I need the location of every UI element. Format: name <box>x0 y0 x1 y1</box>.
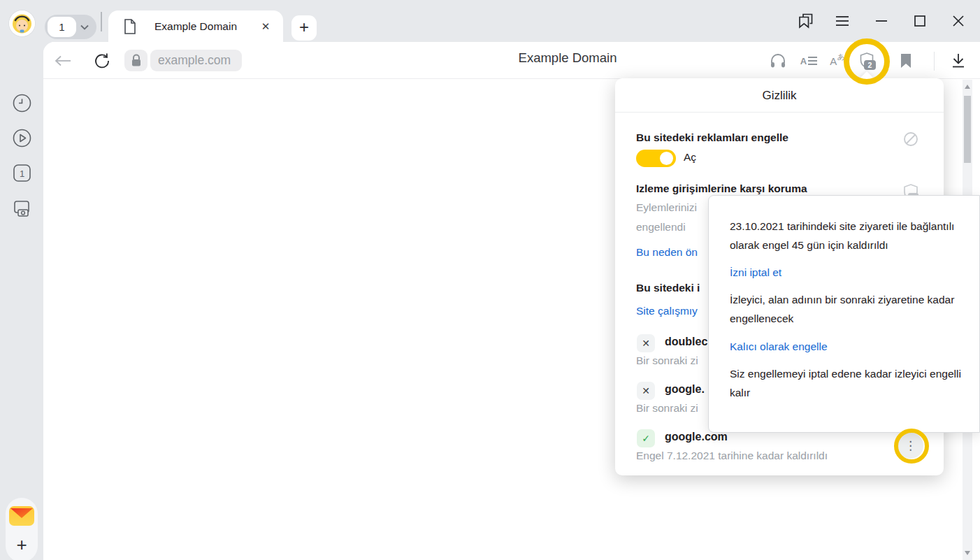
address-bar[interactable]: example.com <box>150 50 242 71</box>
lock-icon <box>131 54 142 67</box>
tracker-blocked-icon: ✕ <box>637 382 655 400</box>
window-close-button[interactable] <box>945 8 972 34</box>
block-until-next-visit-text: İzleyici, alan adının bir sonraki ziyare… <box>730 290 961 328</box>
block-permanently-link[interactable]: Kalıcı olarak engelle <box>730 337 961 356</box>
bookmark-flag-icon[interactable] <box>896 51 916 71</box>
download-icon[interactable] <box>949 51 968 71</box>
unblock-info-text: 23.10.2021 tarihindeki site ziyareti ile… <box>730 217 961 254</box>
tab-group-count[interactable]: 1 <box>48 17 76 37</box>
new-tab-button[interactable]: + <box>291 15 317 41</box>
highlight-ring-shield <box>844 38 890 85</box>
scrollbar-up-arrow[interactable] <box>965 85 970 89</box>
avatar-illustration <box>9 10 35 36</box>
panel-title: Gizlilik <box>615 78 944 113</box>
blocked-circle-icon <box>903 131 918 147</box>
maximize-button[interactable] <box>907 8 933 34</box>
dock-add-button[interactable]: + <box>6 531 38 558</box>
tracker-allowed-icon: ✓ <box>637 429 655 447</box>
chevron-down-icon[interactable] <box>80 24 89 30</box>
highlight-ring-kebab <box>894 429 929 464</box>
tab-separator <box>101 12 102 31</box>
tab-count-icon[interactable]: 1 <box>10 161 34 185</box>
site-not-working-link[interactable]: Site çalışmıy <box>636 305 698 317</box>
side-panel-icon[interactable] <box>792 8 819 34</box>
ads-section-title: Bu sitedeki reklamları engelle <box>636 131 788 144</box>
reload-button[interactable] <box>92 51 112 71</box>
media-play-icon[interactable] <box>10 126 34 150</box>
tracker-name: google. <box>665 383 705 396</box>
tab-group-pill[interactable]: 1 <box>45 15 96 39</box>
page-title: Example Domain <box>351 50 784 66</box>
scrollbar-thumb[interactable] <box>964 96 971 163</box>
tracking-description-line2: engellendi <box>636 221 686 234</box>
left-sidebar: 1 + • <box>0 42 43 560</box>
toolbar-divider <box>934 52 935 71</box>
history-icon[interactable] <box>10 91 34 115</box>
browser-top-bar: 1 Example Domain ✕ + <box>0 0 980 42</box>
tracker-status: Engel 7.12.2021 tarihine kadar kaldırıld… <box>636 450 828 462</box>
tracking-why-link[interactable]: Bu neden ön <box>636 246 698 259</box>
menu-icon[interactable] <box>829 8 856 34</box>
tracking-section-title: Izleme girişimlerine karşı koruma <box>636 182 807 195</box>
active-tab[interactable]: Example Domain ✕ <box>108 10 283 42</box>
trackers-section-title: Bu sitedeki i <box>636 282 700 294</box>
site-security-badge[interactable] <box>124 50 147 71</box>
back-button[interactable] <box>53 51 73 71</box>
tracker-status: Bir sonraki zi <box>636 354 698 367</box>
blocked-until-cancel-text: Siz engellemeyi iptal edene kadar izleyi… <box>730 364 961 402</box>
minimize-button[interactable] <box>868 8 895 34</box>
sidebar-dock: + <box>6 498 38 560</box>
ads-toggle[interactable] <box>636 150 676 167</box>
tracker-name: doublec <box>665 336 707 348</box>
mail-app-icon[interactable] <box>8 502 36 530</box>
scrollbar-down-arrow[interactable] <box>965 551 970 555</box>
address-toolbar: example.com Example Domain A A あ 2 <box>43 42 980 79</box>
toggle-knob <box>660 152 673 165</box>
toggle-state-label: Aç <box>684 151 696 164</box>
tracker-options-popover: 23.10.2021 tarihindeki site ziyareti ile… <box>708 195 980 433</box>
screenshot-icon[interactable] <box>10 196 34 220</box>
tracker-blocked-icon: ✕ <box>637 334 655 352</box>
reader-mode-icon[interactable]: A <box>799 51 819 71</box>
profile-avatar[interactable] <box>9 10 35 36</box>
tab-close-icon[interactable]: ✕ <box>258 19 273 34</box>
tracking-description-line1: Eylemlerinizi <box>636 201 697 214</box>
listen-headphones-icon[interactable] <box>768 51 788 71</box>
revoke-permission-link[interactable]: İzni iptal et <box>730 263 961 282</box>
tab-title: Example Domain <box>108 20 283 33</box>
tracker-status: Bir sonraki zi <box>636 402 698 415</box>
svg-text:1: 1 <box>19 168 24 178</box>
